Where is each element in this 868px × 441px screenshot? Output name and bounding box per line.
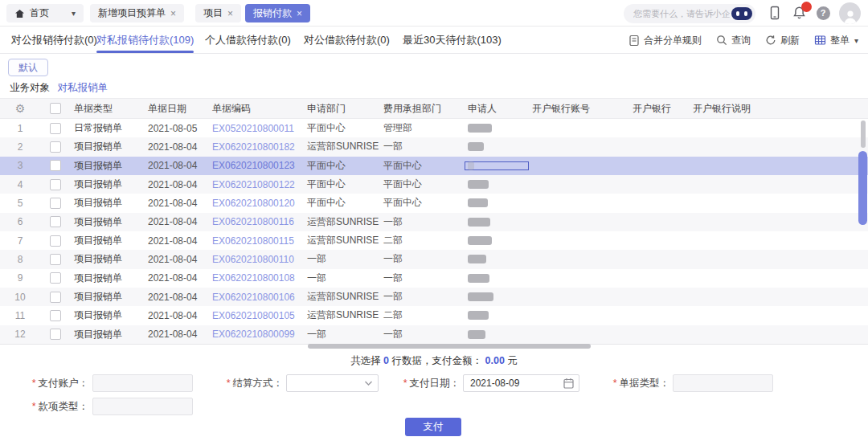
help-glyph: ? (817, 6, 830, 20)
row-checkbox[interactable] (50, 123, 61, 134)
row-checkbox[interactable] (50, 310, 61, 321)
home-caret-icon[interactable]: ▾ (72, 9, 76, 18)
table-row[interactable]: 12 项目报销单 2021-08-04 EX0620210800099 一部 一… (0, 325, 868, 344)
tab-private-reimb-pending[interactable]: 对私报销待付款(109) (96, 27, 194, 53)
col-doc-date: 单据日期 (145, 102, 209, 116)
table-row[interactable]: 1 日常报销单 2021-08-05 EX0520210800011 平面中心 … (0, 119, 868, 137)
pay-button-label: 支付 (424, 420, 444, 434)
row-checkbox[interactable] (50, 198, 61, 209)
tab-reimbursement-payment[interactable]: 报销付款 × (245, 4, 310, 22)
table-row[interactable]: 7 项目报销单 2021-08-04 EX0620210800115 运营部SU… (0, 231, 868, 250)
robot-assistant-icon[interactable] (731, 7, 752, 20)
table-row[interactable]: 8 项目报销单 2021-08-04 EX0620210800110 一部 一部 (0, 250, 868, 268)
table-row[interactable]: 3 项目报销单 2021-08-04 EX0620210800123 平面中心 … (0, 157, 868, 175)
table-row[interactable]: 11 项目报销单 2021-08-04 EX0620210800105 运营部S… (0, 306, 868, 325)
tab-corporate-reimb-pending[interactable]: 对公报销待付款(0) (11, 27, 97, 53)
help-icon[interactable]: ? (815, 5, 831, 21)
vertical-scrollbar[interactable] (858, 151, 867, 225)
col-bank-desc: 开户银行说明 (690, 102, 818, 116)
assistant-search-input[interactable]: 您需要什么，请告诉小企 (624, 4, 755, 23)
cell-applicant (465, 311, 529, 320)
cell-doc-code-link[interactable]: EX0620210800116 (209, 216, 304, 227)
table-row[interactable]: 9 项目报销单 2021-08-04 EX0620210800108 一部 一部 (0, 269, 868, 288)
close-icon[interactable]: × (170, 9, 176, 18)
row-checkbox-cell (40, 141, 71, 153)
calendar-icon[interactable] (563, 378, 574, 391)
doc-type-input[interactable] (673, 374, 773, 392)
row-checkbox[interactable] (50, 160, 61, 171)
select-all-checkbox[interactable] (50, 103, 61, 114)
cell-doc-code-link[interactable]: EX0620210800120 (209, 198, 304, 209)
table-row[interactable]: 10 项目报销单 2021-08-04 EX0620210800106 运营部S… (0, 288, 868, 306)
refresh-button[interactable]: 刷新 (765, 34, 800, 47)
whole-order-button[interactable]: 整单 ▾ (814, 34, 858, 47)
pay-button[interactable]: 支付 (405, 418, 461, 436)
search-icon (716, 35, 727, 46)
cell-doc-code-link[interactable]: EX0620210800115 (209, 235, 304, 247)
horizontal-scrollbar[interactable] (308, 344, 591, 349)
table-row[interactable]: 2 项目报销单 2021-08-04 EX0620210800182 运营部SU… (0, 137, 868, 156)
cell-doc-code-link[interactable]: EX0620210800182 (209, 141, 304, 153)
tab-label: 新增项目预算单 (98, 6, 166, 20)
column-settings-gear-icon[interactable]: ⚙ (15, 103, 26, 115)
table-row[interactable]: 4 项目报销单 2021-08-04 EX0620210800122 平面中心 … (0, 175, 868, 194)
notification-bell-icon[interactable] (791, 5, 807, 21)
tab-last-30-days-pending[interactable]: 最近30天待付款(103) (403, 27, 502, 53)
col-cost-dept: 费用承担部门 (380, 102, 465, 116)
table-row[interactable]: 5 项目报销单 2021-08-04 EX0620210800120 平面中心 … (0, 194, 868, 212)
tab-home[interactable]: 首页 ▾ (6, 4, 84, 22)
cell-doc-code-link[interactable]: EX0620210800110 (209, 254, 304, 265)
mobile-phone-icon[interactable] (767, 5, 783, 21)
row-checkbox[interactable] (50, 179, 61, 190)
pay-account-input[interactable] (92, 374, 193, 392)
query-button[interactable]: 查询 (716, 34, 751, 47)
cell-doc-date: 2021-08-04 (145, 198, 209, 209)
selection-summary: 共选择 0 行数据，支付金额： 0.00 元 (0, 354, 868, 368)
table-row[interactable]: 6 项目报销单 2021-08-04 EX0620210800116 运营部SU… (0, 213, 868, 231)
cell-doc-type: 项目报销单 (71, 272, 145, 285)
home-icon (14, 9, 25, 18)
row-checkbox[interactable] (50, 292, 61, 303)
tab-personal-loan-pending[interactable]: 个人借款待付款(0) (205, 27, 291, 53)
row-checkbox[interactable] (50, 216, 61, 227)
tab-corporate-loan-pending[interactable]: 对公借款待付款(0) (304, 27, 390, 53)
business-object-link[interactable]: 对私报销单 (57, 82, 108, 93)
vertical-scrollbar-secondary[interactable] (861, 120, 866, 148)
close-icon[interactable]: × (297, 9, 302, 18)
cell-doc-date: 2021-08-04 (145, 160, 209, 171)
settle-method-select[interactable] (286, 374, 379, 392)
row-checkbox[interactable] (50, 272, 61, 284)
default-filter-button[interactable]: 默认 (8, 59, 48, 76)
document-icon (628, 35, 640, 47)
cell-doc-code-link[interactable]: EX0620210800122 (209, 179, 304, 190)
cell-applicant (465, 124, 529, 133)
close-icon[interactable]: × (227, 9, 233, 18)
row-checkbox-cell (40, 310, 71, 321)
row-checkbox-cell (40, 123, 71, 134)
pay-date-input[interactable]: 2021-08-09 (463, 374, 579, 392)
fund-type-input[interactable] (92, 398, 193, 415)
pay-account-label: *支付账户： (0, 374, 88, 392)
cell-doc-code-link[interactable]: EX0620210800105 (209, 310, 304, 321)
row-checkbox[interactable] (50, 329, 61, 340)
cell-doc-type: 项目报销单 (71, 308, 145, 322)
row-checkbox[interactable] (50, 141, 61, 153)
cell-doc-code-link[interactable]: EX0620210800108 (209, 272, 304, 284)
tab-project[interactable]: 项目 × (195, 4, 241, 22)
cell-cost-dept: 二部 (380, 234, 465, 247)
cell-doc-code-link[interactable]: EX0520210800011 (209, 123, 304, 134)
cell-doc-code-link[interactable]: EX0620210800123 (209, 160, 304, 171)
tab-new-project-budget[interactable]: 新增项目预算单 × (90, 4, 184, 22)
merge-split-rule-button[interactable]: 合并分单规则 (628, 34, 702, 47)
cell-doc-date: 2021-08-04 (145, 310, 209, 321)
cell-cost-dept: 一部 (380, 140, 465, 153)
row-checkbox[interactable] (50, 254, 61, 265)
user-avatar[interactable] (839, 2, 861, 24)
cell-doc-code-link[interactable]: EX0620210800106 (209, 292, 304, 303)
cell-cost-dept: 一部 (380, 272, 465, 285)
cell-applicant (465, 198, 529, 207)
cell-doc-code-link[interactable]: EX0620210800099 (209, 329, 304, 340)
pay-date-label: *支付日期： (395, 374, 460, 392)
row-checkbox[interactable] (50, 235, 61, 247)
tab-label: 对公报销待付款(0) (11, 33, 97, 47)
